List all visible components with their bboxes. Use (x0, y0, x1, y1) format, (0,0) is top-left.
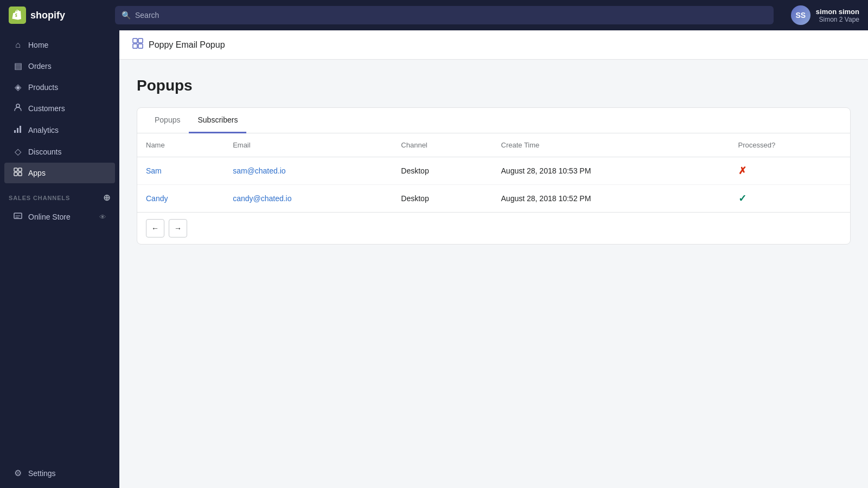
svg-rect-12 (133, 44, 137, 48)
sidebar-item-home-label: Home (28, 41, 48, 49)
apps-icon (13, 168, 23, 178)
sidebar-item-customers[interactable]: Customers (4, 98, 115, 119)
prev-page-button[interactable]: ← (146, 219, 164, 237)
row-processed-0: ✗ (730, 157, 850, 185)
sidebar-spacer (0, 228, 119, 459)
settings-icon: ⚙ (13, 468, 23, 478)
svg-rect-3 (17, 128, 18, 133)
row-name-1[interactable]: Candy (137, 185, 224, 213)
sidebar-item-orders-label: Orders (28, 62, 52, 70)
search-input[interactable] (135, 11, 767, 20)
search-bar[interactable]: 🔍 (115, 6, 774, 24)
avatar: SS (791, 5, 810, 25)
main-content: Poppy Email Popup Popups Popups Subscrib… (119, 30, 868, 488)
add-sales-channel-button[interactable]: ⊕ (103, 192, 111, 203)
customers-icon (13, 103, 23, 114)
row-name-0[interactable]: Sam (137, 157, 224, 185)
breadcrumb-title: Poppy Email Popup (149, 40, 225, 50)
row-channel-1: Desktop (392, 185, 492, 213)
tab-subscribers[interactable]: Subscribers (189, 108, 246, 133)
user-area: SS simon simon Simon 2 Vape (791, 5, 859, 25)
page-title: Popups (137, 77, 851, 94)
table-row: Candy candy@chated.io Desktop August 28,… (137, 185, 850, 213)
sidebar-item-apps-label: Apps (28, 169, 46, 177)
online-store-icon (13, 211, 23, 222)
svg-rect-10 (133, 38, 137, 43)
svg-point-1 (16, 104, 20, 107)
orders-icon: ▤ (13, 61, 23, 71)
sidebar-item-apps[interactable]: Apps (4, 163, 115, 183)
sidebar-item-analytics[interactable]: Analytics (4, 120, 115, 140)
sidebar-item-products-label: Products (28, 83, 58, 92)
popups-card: Popups Subscribers Name Email Channel Cr… (137, 107, 851, 245)
user-name: simon simon (816, 8, 859, 16)
tab-popups[interactable]: Popups (146, 108, 189, 133)
sidebar-item-discounts-label: Discounts (28, 147, 61, 156)
row-processed-1: ✓ (730, 185, 850, 213)
user-info: simon simon Simon 2 Vape (816, 8, 859, 23)
sidebar: ⌂ Home ▤ Orders ◈ Products Customers Ana… (0, 30, 119, 488)
svg-rect-11 (138, 38, 143, 43)
discounts-icon: ◇ (13, 146, 23, 157)
sidebar-item-online-store[interactable]: Online Store 👁 (4, 207, 115, 227)
svg-rect-6 (18, 168, 22, 171)
tabs-bar: Popups Subscribers (137, 108, 850, 133)
svg-rect-8 (18, 172, 22, 176)
sidebar-item-analytics-label: Analytics (28, 126, 59, 134)
col-name: Name (137, 133, 224, 157)
row-create-time-0: August 28, 2018 10:53 PM (493, 157, 730, 185)
page-header: Poppy Email Popup (119, 30, 868, 60)
col-channel: Channel (392, 133, 492, 157)
user-store: Simon 2 Vape (816, 16, 859, 23)
row-create-time-1: August 28, 2018 10:52 PM (493, 185, 730, 213)
sales-channels-label: SALES CHANNELS ⊕ (0, 184, 119, 206)
col-processed: Processed? (730, 133, 850, 157)
analytics-icon (13, 125, 23, 136)
next-page-button[interactable]: → (169, 219, 187, 237)
svg-rect-2 (14, 130, 16, 133)
home-icon: ⌂ (13, 40, 23, 50)
products-icon: ◈ (13, 82, 23, 92)
row-email-0[interactable]: sam@chated.io (224, 157, 392, 185)
logo-text: shopify (30, 10, 65, 21)
sidebar-item-online-store-label: Online Store (28, 213, 71, 221)
sidebar-item-products[interactable]: ◈ Products (4, 77, 115, 97)
col-email: Email (224, 133, 392, 157)
svg-rect-13 (138, 44, 143, 48)
content-area: Popups Popups Subscribers Name Email Cha… (119, 60, 868, 262)
shopify-logo-icon (9, 7, 26, 24)
sidebar-item-discounts[interactable]: ◇ Discounts (4, 142, 115, 162)
online-store-eye-icon: 👁 (99, 213, 106, 221)
sidebar-item-orders[interactable]: ▤ Orders (4, 56, 115, 76)
table-row: Sam sam@chated.io Desktop August 28, 201… (137, 157, 850, 185)
row-channel-0: Desktop (392, 157, 492, 185)
pagination: ← → (137, 212, 850, 244)
top-nav: shopify 🔍 SS simon simon Simon 2 Vape (0, 0, 868, 30)
sidebar-item-home[interactable]: ⌂ Home (4, 35, 115, 55)
svg-rect-5 (14, 168, 17, 171)
layout: ⌂ Home ▤ Orders ◈ Products Customers Ana… (0, 30, 868, 488)
sidebar-item-settings-label: Settings (28, 469, 56, 478)
sidebar-item-customers-label: Customers (28, 104, 65, 113)
col-create-time: Create Time (493, 133, 730, 157)
sidebar-item-settings[interactable]: ⚙ Settings (4, 463, 115, 483)
logo-area: shopify (9, 7, 106, 24)
search-icon: 🔍 (122, 11, 131, 20)
svg-rect-7 (14, 172, 17, 176)
breadcrumb-icon (132, 38, 143, 52)
svg-rect-4 (20, 126, 21, 133)
row-email-1[interactable]: candy@chated.io (224, 185, 392, 213)
subscribers-table: Name Email Channel Create Time Processed… (137, 133, 850, 212)
